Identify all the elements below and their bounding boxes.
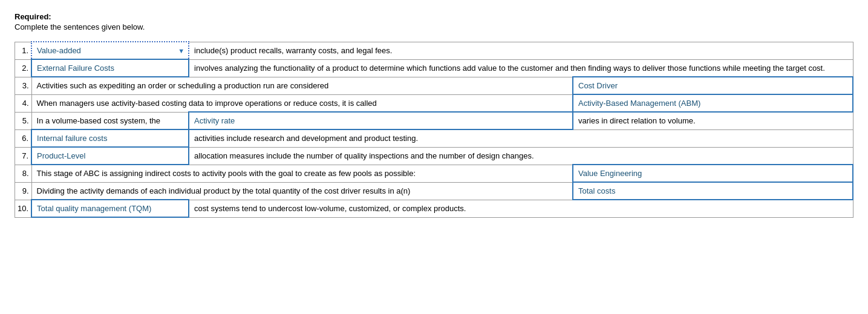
- table-row: 9.Dividing the activity demands of each …: [15, 182, 853, 200]
- subtitle: Complete the sentences given below.: [15, 22, 853, 31]
- row-number: 5.: [15, 112, 32, 129]
- sentence-cell: When managers use activity-based costing…: [31, 94, 573, 112]
- sentence-cell: allocation measures include the number o…: [189, 147, 853, 165]
- dropdown-arrow-icon[interactable]: ▼: [178, 47, 184, 54]
- exercise-table: 1.Value-added▼include(s) product recalls…: [15, 41, 853, 218]
- sentence-part-cell: varies in direct relation to volume.: [573, 112, 853, 129]
- answer-cell: Value Engineering: [573, 165, 853, 182]
- table-row: 2.External Failure Costsinvolves analyzi…: [15, 59, 853, 77]
- sentence-cell: include(s) product recalls, warranty cos…: [189, 42, 853, 59]
- table-row: 4.When managers use activity-based costi…: [15, 94, 853, 112]
- table-row: 5.In a volume-based cost system, theActi…: [15, 112, 853, 129]
- sentence-cell: Dividing the activity demands of each in…: [31, 182, 573, 200]
- row-number: 6.: [15, 129, 32, 147]
- sentence-cell: activities include research and developm…: [189, 129, 853, 147]
- sentence-cell: cost systems tend to undercost low-volum…: [189, 200, 853, 217]
- row-number: 2.: [15, 59, 32, 77]
- row-number: 10.: [15, 200, 32, 217]
- table-row: 1.Value-added▼include(s) product recalls…: [15, 42, 853, 59]
- answer-cell: Activity-Based Management (ABM): [573, 94, 853, 112]
- sentence-cell: involves analyzing the functionality of …: [189, 59, 853, 77]
- sentence-cell: Activities such as expediting an order o…: [31, 77, 573, 94]
- table-row: 7.Product-Levelallocation measures inclu…: [15, 147, 853, 165]
- row-number: 1.: [15, 42, 32, 59]
- table-row: 6.Internal failure costsactivities inclu…: [15, 129, 853, 147]
- answer-cell: Cost Driver: [573, 77, 853, 94]
- row-number: 3.: [15, 77, 32, 94]
- table-row: 10.Total quality management (TQM)cost sy…: [15, 200, 853, 217]
- table-row: 3.Activities such as expediting an order…: [15, 77, 853, 94]
- row-number: 9.: [15, 182, 32, 200]
- answer-cell: External Failure Costs: [31, 59, 189, 77]
- answer-cell: Internal failure costs: [31, 129, 189, 147]
- inline-answer-cell: Activity rate: [189, 112, 573, 129]
- row-number: 4.: [15, 94, 32, 112]
- row-number: 7.: [15, 147, 32, 165]
- answer-cell: Total costs: [573, 182, 853, 200]
- required-label: Required:: [15, 12, 853, 21]
- answer-cell: Total quality management (TQM): [31, 200, 189, 217]
- dropdown-answer-cell[interactable]: Value-added▼: [31, 42, 189, 59]
- sentence-part-cell: In a volume-based cost system, the: [31, 112, 189, 129]
- table-row: 8.This stage of ABC is assigning indirec…: [15, 165, 853, 182]
- answer-cell: Product-Level: [31, 147, 189, 165]
- row-number: 8.: [15, 165, 32, 182]
- sentence-cell: This stage of ABC is assigning indirect …: [31, 165, 573, 182]
